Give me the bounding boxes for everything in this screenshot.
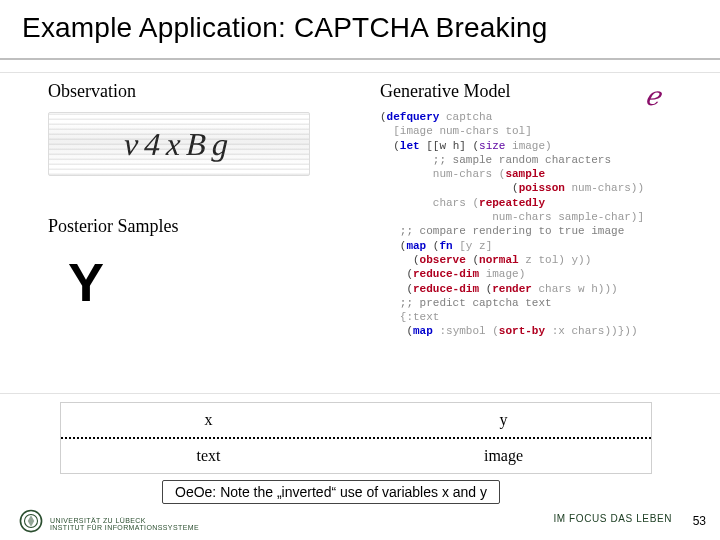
code-tok: (	[479, 283, 492, 295]
code-tok: sort-by	[499, 325, 545, 337]
code-tok: defquery	[387, 111, 440, 123]
code-tok: (	[380, 325, 413, 337]
code-tok: map	[406, 240, 426, 252]
code-tok: reduce-dim	[413, 283, 479, 295]
code-tok: fn	[439, 240, 452, 252]
code-tok: ;; predict captcha text	[380, 297, 552, 309]
right-column: Generative Model ℯ (defquery captcha [im…	[380, 81, 690, 339]
code-tok: [y z]	[453, 240, 493, 252]
university-name: UNIVERSITÄT ZU LÜBECK INSTITUT FÜR INFOR…	[50, 517, 199, 532]
captcha-text: v4xBg	[123, 126, 235, 163]
code-tok: num-chars))	[565, 182, 644, 194]
code-tok: [[w h] (	[420, 140, 479, 152]
code-tok: (	[466, 254, 479, 266]
uni-line-2: INSTITUT FÜR INFORMATIONSSYSTEME	[50, 524, 199, 532]
page-number: 53	[693, 514, 706, 528]
slide: Example Application: CAPTCHA Breaking Ob…	[0, 0, 720, 540]
footer-motto: IM FOCUS DAS LEBEN	[553, 513, 672, 524]
code-tok: sample	[505, 168, 545, 180]
university-seal-icon	[18, 508, 44, 534]
cell-text: text	[61, 439, 356, 473]
generative-model-heading: Generative Model	[380, 81, 690, 102]
code-tok: map	[413, 325, 433, 337]
code-tok: z tol) y))	[519, 254, 592, 266]
code-tok: ;; compare rendering to true image	[380, 225, 624, 237]
code-tok: size	[479, 140, 505, 152]
page-title: Example Application: CAPTCHA Breaking	[22, 12, 548, 44]
code-tok: captcha	[439, 111, 492, 123]
title-divider	[0, 58, 720, 60]
code-tok: (	[380, 140, 400, 152]
table-row: text image	[61, 439, 651, 473]
annotation-note: OeOe: Note the „inverted“ use of variabl…	[162, 480, 500, 504]
code-tok: image)	[479, 268, 525, 280]
observation-heading: Observation	[48, 81, 348, 102]
cell-image: image	[356, 439, 651, 473]
footer: UNIVERSITÄT ZU LÜBECK INSTITUT FÜR INFOR…	[0, 515, 720, 540]
code-tok: ;; sample random characters	[380, 154, 611, 166]
code-tok: (	[380, 268, 413, 280]
captcha-image: v4xBg	[48, 112, 310, 176]
code-tok: (	[380, 283, 413, 295]
code-tok: repeatedly	[479, 197, 545, 209]
posterior-sample-glyph: Y	[48, 255, 348, 309]
code-tok: (	[380, 254, 420, 266]
code-tok: poisson	[519, 182, 565, 194]
code-tok: num-chars sample-char)]	[380, 211, 644, 223]
code-tok: reduce-dim	[413, 268, 479, 280]
code-tok: chars w h)))	[532, 283, 618, 295]
code-tok: (	[380, 182, 519, 194]
uni-line-1: UNIVERSITÄT ZU LÜBECK	[50, 517, 199, 525]
table-row: x y	[61, 403, 651, 439]
posterior-heading: Posterior Samples	[48, 216, 348, 237]
code-tok: normal	[479, 254, 519, 266]
code-tok: (	[426, 240, 439, 252]
code-tok: chars (	[380, 197, 479, 209]
content-area: Observation v4xBg Posterior Samples Y Ge…	[0, 72, 720, 394]
code-tok: num-chars (	[380, 168, 505, 180]
cell-y: y	[356, 403, 651, 437]
code-tok: [image num-chars tol]	[380, 125, 532, 137]
code-tok: (	[380, 111, 387, 123]
code-block: (defquery captcha [image num-chars tol] …	[380, 110, 690, 339]
left-column: Observation v4xBg Posterior Samples Y	[48, 81, 348, 309]
code-tok: (	[380, 240, 406, 252]
code-tok: render	[492, 283, 532, 295]
code-tok: {:text	[380, 311, 439, 323]
variable-table: x y text image	[60, 402, 652, 474]
code-tok: :x chars))}))	[545, 325, 637, 337]
code-tok: observe	[420, 254, 466, 266]
code-tok: :symbol (	[433, 325, 499, 337]
code-tok: let	[400, 140, 420, 152]
code-tok: image)	[505, 140, 551, 152]
anglican-logo-icon: ℯ	[645, 81, 660, 112]
cell-x: x	[61, 403, 356, 437]
